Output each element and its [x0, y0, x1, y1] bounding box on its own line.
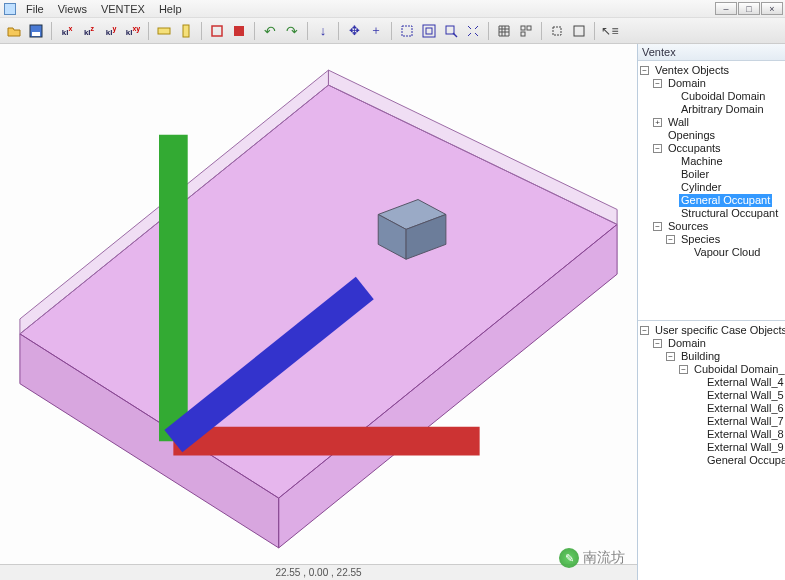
open-icon[interactable] — [4, 21, 24, 41]
tree-general-occupant-1[interactable]: General Occupant_1 — [705, 454, 785, 467]
tree-wall[interactable]: Wall — [666, 116, 691, 129]
menu-ventex[interactable]: VENTEX — [95, 2, 151, 16]
tree-species[interactable]: Species — [679, 233, 722, 246]
tree-domain[interactable]: Domain — [666, 77, 708, 90]
maximize-button[interactable]: □ — [738, 2, 760, 15]
tree-case-domain[interactable]: Domain — [666, 337, 708, 350]
tree-toggle[interactable]: − — [666, 352, 675, 361]
watermark: ✎ 南流坊 — [559, 548, 625, 568]
status-bar: 22.55 , 0.00 , 22.55 — [0, 564, 637, 580]
tree-toggle[interactable]: − — [653, 339, 662, 348]
tree-general-occupant[interactable]: General Occupant — [679, 194, 772, 207]
svg-rect-15 — [574, 26, 584, 36]
fit-icon[interactable] — [569, 21, 589, 41]
menu-help[interactable]: Help — [153, 2, 188, 16]
tree-openings[interactable]: Openings — [666, 129, 717, 142]
tree-toggle[interactable]: − — [640, 66, 649, 75]
watermark-icon: ✎ — [559, 548, 579, 568]
tree-external-wall[interactable]: External Wall_9 — [705, 441, 785, 454]
tree-structural-occupant[interactable]: Structural Occupant — [679, 207, 780, 220]
tree-toggle[interactable]: − — [653, 144, 662, 153]
tree-sources[interactable]: Sources — [666, 220, 710, 233]
svg-rect-4 — [212, 26, 222, 36]
svg-rect-8 — [426, 28, 432, 34]
tree-cylinder[interactable]: Cylinder — [679, 181, 723, 194]
svg-rect-9 — [446, 26, 454, 34]
axis-kly-button[interactable]: kly — [101, 21, 121, 41]
plus-icon[interactable]: ＋ — [366, 21, 386, 41]
zoom-extents-icon[interactable] — [463, 21, 483, 41]
tree-toggle[interactable]: − — [653, 79, 662, 88]
axis-klxy-button[interactable]: klxy — [123, 21, 143, 41]
tree-case-root[interactable]: User specific Case Objects — [653, 324, 785, 337]
svg-rect-14 — [553, 27, 561, 35]
toolbar: klx klz kly klxy ↶ ↷ ↓ ✥ ＋ ↖≡ — [0, 18, 785, 44]
axis-gizmo — [8, 44, 637, 556]
zoom-window-icon[interactable] — [441, 21, 461, 41]
tree-vapour-cloud[interactable]: Vapour Cloud — [692, 246, 762, 259]
workspace: Ventex − Ventex Objects − Domain Cuboida… — [0, 44, 785, 580]
save-icon[interactable] — [26, 21, 46, 41]
side-panel: Ventex − Ventex Objects − Domain Cuboida… — [637, 44, 785, 580]
menu-views[interactable]: Views — [52, 2, 93, 16]
tree-case-objects[interactable]: − User specific Case Objects − Domain − … — [638, 321, 785, 580]
tree-toggle[interactable]: − — [679, 365, 688, 374]
tree-building[interactable]: Building — [679, 350, 722, 363]
window-controls: – □ × — [715, 2, 785, 15]
svg-line-26 — [173, 288, 364, 441]
svg-rect-6 — [402, 26, 412, 36]
tree-machine[interactable]: Machine — [679, 155, 725, 168]
crop-icon[interactable] — [547, 21, 567, 41]
tree-root[interactable]: Ventex Objects — [653, 64, 731, 77]
tree-arbitrary-domain[interactable]: Arbitrary Domain — [679, 103, 766, 116]
close-button[interactable]: × — [761, 2, 783, 15]
svg-rect-7 — [423, 25, 435, 37]
ruler-v-icon[interactable] — [176, 21, 196, 41]
app-icon — [4, 3, 16, 15]
grid-icon[interactable] — [494, 21, 514, 41]
svg-rect-11 — [521, 26, 525, 30]
grid-series-icon[interactable] — [516, 21, 536, 41]
minimize-button[interactable]: – — [715, 2, 737, 15]
undo-icon[interactable]: ↶ — [260, 21, 280, 41]
select-window-icon[interactable] — [419, 21, 439, 41]
panel-title: Ventex — [638, 44, 785, 61]
tree-cuboidal-domain-3[interactable]: Cuboidal Domain_3 — [692, 363, 785, 376]
watermark-text: 南流坊 — [583, 549, 625, 567]
svg-rect-1 — [32, 32, 40, 36]
tree-occupants[interactable]: Occupants — [666, 142, 723, 155]
redo-icon[interactable]: ↷ — [282, 21, 302, 41]
select-rect-icon[interactable] — [397, 21, 417, 41]
rect-outline-icon[interactable] — [207, 21, 227, 41]
tree-external-wall[interactable]: External Wall_8 — [705, 428, 785, 441]
svg-rect-2 — [158, 28, 170, 34]
axis-klx-button[interactable]: klx — [57, 21, 77, 41]
tree-ventex-objects[interactable]: − Ventex Objects − Domain Cuboidal Domai… — [638, 61, 785, 321]
tree-toggle[interactable]: − — [640, 326, 649, 335]
tree-boiler[interactable]: Boiler — [679, 168, 711, 181]
svg-rect-12 — [527, 26, 531, 30]
tree-toggle[interactable]: − — [666, 235, 675, 244]
svg-rect-3 — [183, 25, 189, 37]
measure-icon[interactable]: ↖≡ — [600, 21, 620, 41]
down-arrow-icon[interactable]: ↓ — [313, 21, 333, 41]
svg-rect-5 — [234, 26, 244, 36]
ruler-h-icon[interactable] — [154, 21, 174, 41]
svg-line-10 — [453, 33, 457, 37]
viewport-3d[interactable] — [0, 44, 637, 580]
move-icon[interactable]: ✥ — [344, 21, 364, 41]
tree-toggle[interactable]: − — [653, 222, 662, 231]
axis-klz-button[interactable]: klz — [79, 21, 99, 41]
tree-cuboidal-domain[interactable]: Cuboidal Domain — [679, 90, 767, 103]
rect-fill-icon[interactable] — [229, 21, 249, 41]
svg-rect-13 — [521, 32, 525, 36]
tree-toggle[interactable]: + — [653, 118, 662, 127]
menu-file[interactable]: File — [20, 2, 50, 16]
tree-external-wall[interactable]: External Wall_6 — [705, 402, 785, 415]
menubar: File Views VENTEX Help – □ × — [0, 0, 785, 18]
tree-external-wall[interactable]: External Wall_7 — [705, 415, 785, 428]
tree-external-wall[interactable]: External Wall_5 — [705, 389, 785, 402]
tree-external-wall[interactable]: External Wall_4 — [705, 376, 785, 389]
